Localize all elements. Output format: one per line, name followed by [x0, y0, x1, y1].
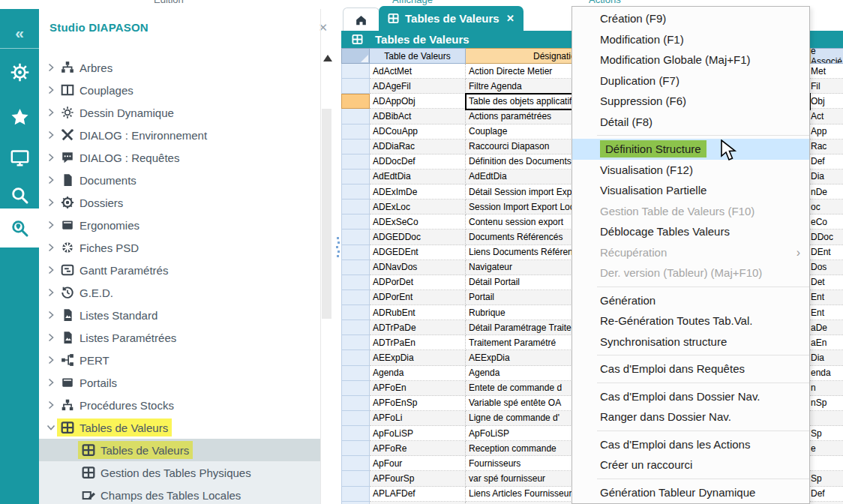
cell-table-name[interactable]: ApFoLiSP: [370, 426, 466, 441]
row-header-cell[interactable]: [341, 426, 370, 441]
cell-table-name[interactable]: ADTrPaEn: [370, 335, 466, 350]
sidebar-item-dialog-environnement[interactable]: DIALOG : Environnement: [39, 124, 320, 146]
cell-table-associee[interactable]: n: [811, 381, 843, 396]
cell-table-name[interactable]: ADAgeFil: [370, 79, 466, 94]
cell-table-name[interactable]: ADDocDef: [370, 154, 466, 170]
cell-table-associee[interactable]: DEnt: [811, 245, 843, 260]
cell-table-associee[interactable]: Sp: [811, 471, 843, 486]
row-header-cell[interactable]: [341, 260, 370, 275]
scrollbar-thumb[interactable]: [322, 109, 332, 319]
cell-table-associee[interactable]: Def: [811, 154, 843, 170]
chevron-right-icon[interactable]: [46, 130, 56, 140]
menu-item-cas-d-emploi-dans-les-actions[interactable]: Cas d'Emploi dans les Actions: [572, 434, 809, 455]
menu-item-cas-d-emploi-dans-requ-tes[interactable]: Cas d'Emploi dans Requêtes: [572, 358, 809, 380]
monitor-icon[interactable]: [0, 141, 39, 174]
row-header-cell[interactable]: [341, 184, 370, 200]
cell-table-associee[interactable]: Dia: [811, 350, 843, 365]
menu-item-d-blocage-tables-valeurs[interactable]: Déblocage Tables Valeurs: [572, 221, 809, 242]
menu-item-cas-d-emploi-dans-dossier-nav-[interactable]: Cas d'Emploi dans Dossier Nav.: [572, 386, 809, 407]
sidebar-item-listes-param-tr-es[interactable]: Listes Paramétrées: [39, 326, 320, 349]
cell-table-name[interactable]: AdActMet: [370, 64, 466, 79]
row-header-cell[interactable]: [341, 140, 370, 154]
sidebar-item-pert[interactable]: PERT: [39, 349, 320, 371]
row-header-cell[interactable]: [341, 124, 370, 140]
scrollbar-up-arrow[interactable]: [323, 55, 332, 62]
row-header-cell[interactable]: [341, 456, 370, 471]
row-header-cell[interactable]: [341, 441, 370, 456]
chevron-right-icon[interactable]: [46, 153, 56, 162]
sidebar-item-champs-des-tables-locales[interactable]: Champs des Tables Locales: [39, 484, 320, 504]
chevron-right-icon[interactable]: [46, 266, 56, 274]
cell-table-name[interactable]: APFoRe: [370, 441, 466, 456]
cell-table-associee[interactable]: oc: [811, 200, 843, 214]
row-header-cell[interactable]: [341, 275, 370, 290]
chevron-right-icon[interactable]: [46, 333, 56, 342]
cell-table-associee[interactable]: Ent: [811, 305, 843, 320]
menu-item-ranger-dans-dossier-nav-[interactable]: Ranger dans Dossier Nav.: [572, 406, 809, 428]
cell-table-associee[interactable]: DDoc: [811, 230, 843, 244]
row-header-cell[interactable]: [341, 109, 370, 124]
cell-table-name[interactable]: ADExLoc: [370, 200, 466, 214]
menu-item-cr-er-un-raccourci[interactable]: Créer un raccourci: [572, 454, 809, 476]
star-icon[interactable]: [0, 100, 39, 134]
cell-table-name[interactable]: ADNavDos: [370, 260, 466, 275]
menu-item-suppression-f6-[interactable]: Suppression (F6): [572, 91, 809, 112]
menu-item-visualisation-f12-[interactable]: Visualisation (F12): [572, 160, 809, 181]
menu-item-d-finition-structure[interactable]: Définition Structure: [572, 139, 809, 160]
cell-table-associee[interactable]: aEn: [811, 335, 843, 350]
table-corner-header[interactable]: [341, 48, 370, 64]
sidebar-item-couplages[interactable]: Couplages: [39, 79, 320, 101]
row-header-cell[interactable]: [341, 502, 370, 504]
menu-item-r-cup-ration[interactable]: Récupération›: [572, 242, 809, 263]
row-header-cell[interactable]: [341, 381, 370, 396]
row-header-cell[interactable]: [341, 64, 370, 79]
sidebar-item-tables-de-valeurs[interactable]: Tables de Valeurs: [39, 416, 320, 439]
menu-item-g-n-ration-tableur-dynamique[interactable]: Génération Tableur Dynamique: [572, 482, 809, 503]
menubar-item-edition[interactable]: Edition: [154, 0, 184, 5]
row-header-cell[interactable]: [341, 487, 370, 502]
cell-table-associee[interactable]: Det: [811, 275, 843, 290]
sidebar-item-dessin-dynamique[interactable]: Dessin Dynamique: [39, 101, 320, 124]
chevron-right-icon[interactable]: [46, 243, 56, 252]
column-header-table-associee[interactable]: e Associé: [811, 48, 843, 64]
chevron-down-icon[interactable]: [46, 423, 56, 432]
row-header-cell[interactable]: [341, 200, 370, 214]
menu-item-visualisation-partielle[interactable]: Visualisation Partielle: [572, 180, 809, 201]
sidebar-item-fiches-psd[interactable]: Fiches PSD: [39, 236, 320, 259]
cell-table-name[interactable]: AdEdtDia: [370, 170, 466, 184]
menu-item-re-g-n-ration-toutes-tab-val-[interactable]: Re-Génération Toutes Tab.Val.: [572, 310, 809, 332]
cell-table-name[interactable]: AEExpDia: [370, 350, 466, 365]
menu-item-modification-f1-[interactable]: Modification (F1): [572, 29, 809, 50]
cell-table-name[interactable]: APFoEn: [370, 381, 466, 396]
cell-table-associee[interactable]: e: [811, 441, 843, 456]
helm-wheel-icon[interactable]: [0, 56, 39, 88]
sidebar-item-dialog-requ-tes[interactable]: DIALOG : Requêtes: [39, 146, 320, 169]
chevron-right-icon[interactable]: [46, 310, 56, 320]
cell-table-name[interactable]: Agenda: [370, 366, 466, 381]
sidebar-item-g-e-d-[interactable]: G.E.D.: [39, 281, 320, 304]
menubar-item-actions[interactable]: Actions: [589, 0, 621, 5]
chevron-right-icon[interactable]: [46, 86, 56, 94]
home-tab[interactable]: [343, 8, 380, 32]
sidebar-item-proc-dures-stocks[interactable]: Procédures Stocks: [39, 394, 320, 416]
chevron-right-icon[interactable]: [46, 400, 56, 410]
tab-close-icon[interactable]: ✕: [506, 13, 514, 24]
cell-table-associee[interactable]: nDe: [811, 184, 843, 200]
cell-table-associee[interactable]: eCo: [811, 214, 843, 230]
cell-table-associee[interactable]: enda: [811, 366, 843, 381]
cell-table-associee[interactable]: [811, 502, 843, 504]
row-header-cell[interactable]: [341, 366, 370, 381]
sidebar-item-ergonomies[interactable]: Ergonomies: [39, 214, 320, 236]
collapse-icon[interactable]: «: [0, 18, 39, 48]
row-header-cell[interactable]: [341, 335, 370, 350]
cell-table-associee[interactable]: App: [811, 124, 843, 140]
menu-item-synchronisation-structure[interactable]: Synchronisation structure: [572, 332, 809, 352]
row-header-cell[interactable]: [341, 170, 370, 184]
cell-table-associee[interactable]: Fil: [811, 79, 843, 94]
splitter-handle[interactable]: [335, 237, 340, 262]
chevron-right-icon[interactable]: [46, 108, 56, 117]
menu-item-d-tail-f8-[interactable]: Détail (F8): [572, 112, 809, 133]
row-header-cell[interactable]: [341, 245, 370, 260]
cell-table-name[interactable]: APFourSp: [370, 471, 466, 486]
cell-table-name[interactable]: APFoEnSp: [370, 396, 466, 411]
